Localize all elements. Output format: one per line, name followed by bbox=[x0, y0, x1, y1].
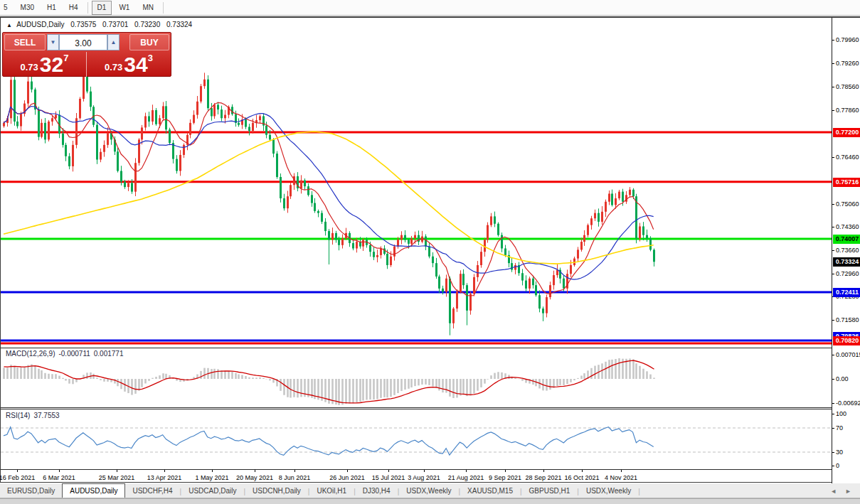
date-label: 8 Jun 2021 bbox=[279, 474, 311, 481]
axis-label: 100 bbox=[836, 410, 846, 418]
axis-tick bbox=[832, 452, 834, 453]
date-label: 9 Sep 2021 bbox=[489, 474, 521, 481]
axis-tick bbox=[832, 274, 834, 274]
date-label: 4 Nov 2021 bbox=[605, 474, 637, 481]
chart-tab-eurusd-daily[interactable]: EURUSD,Daily bbox=[0, 485, 62, 498]
chart-tab-usdx-weekly[interactable]: USDX,Weekly bbox=[399, 485, 458, 498]
tab-separator: | bbox=[638, 488, 640, 498]
chart-symbol-label: AUDUSD,Daily bbox=[16, 21, 64, 28]
buy-price-display[interactable]: 0.73 34 3 bbox=[87, 52, 171, 77]
date-label: 28 Sep 2021 bbox=[525, 474, 561, 481]
timeframe-button-m30[interactable]: M30 bbox=[15, 1, 40, 15]
date-label: 15 Jul 2021 bbox=[372, 474, 405, 481]
axis-label: 0.75060 bbox=[836, 200, 859, 208]
axis-label: 0.79260 bbox=[836, 60, 859, 68]
chart-tab-xauusd-m15[interactable]: XAUUSD,M15 bbox=[460, 485, 520, 498]
chart-tab-gbpusd-h1[interactable]: GBPUSD,H1 bbox=[522, 485, 578, 498]
date-label: 6 Mar 2021 bbox=[43, 474, 75, 481]
axis-tick bbox=[832, 414, 834, 414]
axis-label: 0.76460 bbox=[836, 154, 859, 161]
chart-tab-usdcad-daily[interactable]: USDCAD,Daily bbox=[181, 485, 243, 498]
chart-ohlc-header: ▲ AUDUSD,Daily 0.73575 0.73701 0.73230 0… bbox=[6, 21, 192, 28]
toolbar-separator bbox=[87, 2, 88, 14]
date-label: 26 Jun 2021 bbox=[329, 474, 365, 481]
axis-label: 0.78560 bbox=[836, 83, 859, 91]
price-chart-canvas[interactable] bbox=[1, 18, 832, 484]
tab-scroll-arrows: ◄► bbox=[822, 488, 851, 498]
axis-tick bbox=[832, 320, 834, 321]
chart-tab-usdcnh-daily[interactable]: USDCNH,Daily bbox=[245, 485, 308, 498]
volume-input[interactable]: 3.00 bbox=[59, 34, 107, 50]
volume-decrease-button[interactable]: ▼ bbox=[47, 34, 59, 50]
candles bbox=[3, 73, 655, 335]
date-label: 3 Aug 2021 bbox=[408, 474, 440, 481]
chart-tab-dj30-h4[interactable]: DJ30,H4 bbox=[356, 485, 398, 498]
axis-label: 0.79960 bbox=[836, 36, 859, 44]
ohlc-open: 0.73575 bbox=[70, 21, 96, 28]
axis-tick bbox=[832, 355, 834, 355]
date-label: 1 May 2021 bbox=[195, 474, 228, 481]
price-axis[interactable]: 0.799600.792600.785600.778600.764600.750… bbox=[832, 18, 860, 484]
toolbar-separator bbox=[163, 2, 164, 14]
macd-indicator-label: MACD(12,26,9)-0.0007110.001771 bbox=[6, 350, 123, 358]
date-label: 21 Aug 2021 bbox=[448, 474, 484, 481]
axis-tick bbox=[832, 250, 834, 251]
chart-tab-usdchf-h4[interactable]: USDCHF,H4 bbox=[125, 485, 179, 498]
level-price-badge: 0.74007 bbox=[833, 235, 860, 244]
tab-scroll-right-icon[interactable]: ► bbox=[845, 488, 851, 495]
chart-window: ▲ AUDUSD,Daily 0.73575 0.73701 0.73230 0… bbox=[0, 16, 860, 483]
chart-tab-audusd-daily[interactable]: AUDUSD,Daily bbox=[62, 483, 125, 498]
level-price-badge: 0.70820 bbox=[833, 336, 860, 345]
axis-tick bbox=[832, 379, 834, 380]
one-click-trading-panel: SELL ▼ 3.00 ▲ BUY 0.73 32 7 0.73 34 3 bbox=[2, 32, 171, 77]
axis-label: 0.73660 bbox=[836, 247, 859, 254]
axis-label: 0.007015 bbox=[836, 351, 860, 359]
chart-tab-usdx-weekly[interactable]: USDX,Weekly bbox=[579, 485, 638, 498]
axis-tick bbox=[832, 40, 834, 41]
ohlc-high: 0.73701 bbox=[102, 21, 128, 28]
current-price-badge: 0.73324 bbox=[833, 257, 860, 267]
date-label: 16 Oct 2021 bbox=[564, 474, 599, 481]
ohlc-close: 0.73324 bbox=[166, 21, 192, 28]
timeframe-button-h4[interactable]: H4 bbox=[63, 1, 84, 15]
chart-tab-bar: EURUSD,DailyAUDUSD,DailyUSDCHF,H4|USDCAD… bbox=[0, 483, 860, 498]
axis-label: 0.72960 bbox=[836, 270, 859, 278]
axis-tick bbox=[832, 87, 834, 87]
rsi-indicator-label: RSI(14)37.7553 bbox=[6, 412, 60, 419]
timeframe-button-5[interactable]: 5 bbox=[0, 1, 14, 15]
collapse-triangle-icon[interactable]: ▲ bbox=[6, 22, 12, 28]
axis-label: 0.00 bbox=[836, 375, 849, 383]
axis-label: 70 bbox=[836, 424, 843, 432]
status-bar bbox=[0, 498, 860, 504]
volume-increase-button[interactable]: ▲ bbox=[107, 34, 120, 50]
date-label: 13 Apr 2021 bbox=[147, 474, 182, 481]
level-price-badge: 0.72411 bbox=[833, 288, 860, 297]
date-label: 25 Mar 2021 bbox=[99, 474, 135, 481]
sell-button[interactable]: SELL bbox=[4, 34, 46, 50]
buy-button[interactable]: BUY bbox=[129, 34, 169, 50]
axis-label: -0.006923 bbox=[836, 400, 860, 407]
level-price-badge: 0.75716 bbox=[833, 178, 860, 187]
axis-tick bbox=[832, 466, 834, 466]
axis-tick bbox=[832, 63, 834, 64]
axis-tick bbox=[832, 204, 834, 205]
axis-label: 0.74360 bbox=[836, 223, 859, 231]
timeframe-button-mn[interactable]: MN bbox=[137, 1, 159, 15]
panel-separators bbox=[1, 348, 832, 473]
mt4-terminal-window: 5M30H1H4D1W1MN ▲ AUDUSD,Daily 0.73575 0.… bbox=[0, 0, 860, 504]
macd-panel bbox=[4, 358, 654, 405]
axis-tick bbox=[832, 110, 834, 111]
timeframe-button-d1[interactable]: D1 bbox=[92, 1, 112, 15]
rsi-panel bbox=[1, 427, 832, 456]
level-price-badge: 0.77200 bbox=[833, 128, 860, 137]
axis-tick bbox=[832, 157, 834, 158]
sell-price-display[interactable]: 0.73 32 7 bbox=[3, 52, 87, 77]
timeframe-button-h1[interactable]: H1 bbox=[41, 1, 62, 15]
ohlc-low: 0.73230 bbox=[134, 21, 160, 28]
tab-scroll-left-icon[interactable]: ◄ bbox=[830, 488, 837, 495]
timeframe-button-w1[interactable]: W1 bbox=[113, 1, 135, 15]
axis-label: 0 bbox=[836, 462, 839, 470]
chart-tab-ukoil-h1[interactable]: UKOil,H1 bbox=[309, 485, 354, 498]
date-label: 20 May 2021 bbox=[236, 474, 273, 481]
axis-label: 30 bbox=[836, 449, 843, 456]
